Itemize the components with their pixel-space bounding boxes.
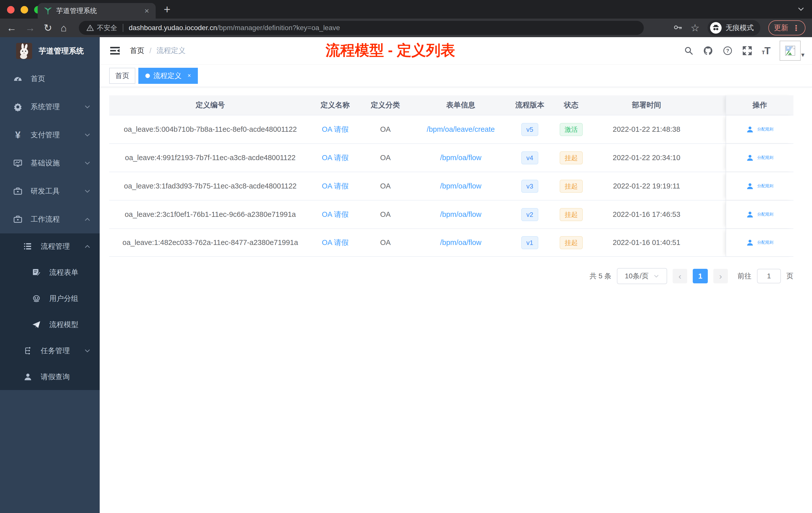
cell-definition-name-link[interactable]: OA 请假 xyxy=(311,210,359,220)
font-size-icon[interactable]: тT xyxy=(762,45,770,57)
cell-actions: 分配规则 xyxy=(726,116,793,143)
cell-definition-name-link[interactable]: OA 请假 xyxy=(311,153,359,163)
assign-rule-button[interactable]: 分配规则 xyxy=(757,155,773,160)
tags-view: 首页 流程定义 × xyxy=(100,64,812,87)
minimize-window-button[interactable] xyxy=(21,6,28,13)
forward-icon[interactable]: → xyxy=(25,23,35,33)
sidebar-item-task-manage[interactable]: 任务管理 xyxy=(0,338,100,364)
cell-actions: 分配规则 xyxy=(726,201,793,229)
avatar-wrap: ▾ xyxy=(780,41,805,61)
sidebar: 芋道管理系统 首页 系统管理 ¥ 支付管理 xyxy=(0,37,100,513)
new-tab-button[interactable]: + xyxy=(164,2,171,16)
sidebar-item-workflow[interactable]: 工作流程 xyxy=(0,205,100,233)
bookmark-star-icon[interactable]: ☆ xyxy=(691,23,699,33)
cell-form-link[interactable]: /bpm/oa/flow xyxy=(412,182,510,190)
key-icon[interactable] xyxy=(673,23,683,32)
browser-toolbar: ← → ↻ ⌂ 不安全 dashboard.yudao.iocoder.cn /… xyxy=(0,19,812,37)
yen-icon: ¥ xyxy=(12,130,24,141)
tag-home[interactable]: 首页 xyxy=(109,68,135,84)
breadcrumb-home[interactable]: 首页 xyxy=(130,46,144,56)
annotation-title: 流程模型 - 定义列表 xyxy=(326,41,455,60)
cell-form-link[interactable]: /bpm/oa/flow xyxy=(412,238,510,247)
form-edit-icon xyxy=(31,268,42,277)
goto-page-input[interactable] xyxy=(757,269,781,283)
sidebar-logo[interactable]: 芋道管理系统 xyxy=(0,37,100,65)
sidebar-menu: 首页 系统管理 ¥ 支付管理 xyxy=(0,65,100,390)
paper-plane-icon xyxy=(31,321,42,329)
next-page-button[interactable]: › xyxy=(713,269,728,283)
assign-rule-button[interactable]: 分配规则 xyxy=(757,127,773,132)
fullscreen-icon[interactable] xyxy=(742,46,752,56)
close-window-button[interactable] xyxy=(7,6,14,13)
cell-form-link[interactable]: /bpm/oa/flow xyxy=(412,210,510,219)
security-warning-icon[interactable] xyxy=(86,24,94,32)
page-size-select[interactable]: 10条/页 xyxy=(617,268,667,284)
sidebar-item-home[interactable]: 首页 xyxy=(0,65,100,93)
home-icon[interactable]: ⌂ xyxy=(61,23,67,33)
dashboard-icon xyxy=(12,74,24,83)
reload-icon[interactable]: ↻ xyxy=(44,23,52,33)
user-icon xyxy=(22,373,34,381)
tab-search-caret-icon[interactable] xyxy=(796,4,806,13)
page-1-button[interactable]: 1 xyxy=(693,269,708,283)
avatar-caret-icon[interactable]: ▾ xyxy=(801,51,805,59)
assign-user-icon xyxy=(746,182,754,190)
cell-form-link[interactable]: /bpm/oa/leave/create xyxy=(412,125,510,133)
sidebar-item-process-manage[interactable]: 流程管理 xyxy=(0,233,100,260)
cell-actions: 分配规则 xyxy=(726,144,793,172)
assign-rule-button[interactable]: 分配规则 xyxy=(757,240,773,245)
browser-menu-icon[interactable]: ⋮ xyxy=(792,24,800,32)
browser-tab[interactable]: 芋道管理系统 × xyxy=(38,3,156,19)
cell-deploy-time: 2022-01-16 17:46:53 xyxy=(592,210,700,219)
github-icon[interactable] xyxy=(703,46,713,56)
app-title: 芋道管理系统 xyxy=(39,46,84,56)
sidebar-item-leave-query[interactable]: 请假查询 xyxy=(0,364,100,390)
sidebar-fold-icon[interactable] xyxy=(110,46,120,56)
assign-rule-button[interactable]: 分配规则 xyxy=(757,183,773,189)
assign-rule-button[interactable]: 分配规则 xyxy=(757,212,773,217)
navbar-actions: ? тT ▾ xyxy=(684,41,805,61)
sidebar-item-label: 基础设施 xyxy=(31,158,84,168)
address-bar[interactable]: 不安全 dashboard.yudao.iocoder.cn /bpm/mana… xyxy=(79,21,644,35)
tag-active-label: 流程定义 xyxy=(153,71,181,81)
sidebar-item-devtools[interactable]: 研发工具 xyxy=(0,177,100,205)
sidebar-item-payment[interactable]: ¥ 支付管理 xyxy=(0,121,100,149)
security-label[interactable]: 不安全 xyxy=(97,23,117,32)
sidebar-item-infra[interactable]: 基础设施 xyxy=(0,149,100,177)
window-controls xyxy=(7,6,42,13)
tab-close-icon[interactable]: × xyxy=(144,7,149,15)
url-divider xyxy=(123,24,123,32)
cell-definition-name-link[interactable]: OA 请假 xyxy=(311,181,359,191)
chevron-down-icon xyxy=(84,132,91,138)
status-badge: 挂起 xyxy=(560,236,583,249)
tab-strip: 芋道管理系统 × + xyxy=(0,0,812,19)
cell-definition-name-link[interactable]: OA 请假 xyxy=(311,124,359,134)
goto-label: 前往 xyxy=(737,271,752,281)
prev-page-button[interactable]: ‹ xyxy=(673,269,687,283)
browser-update-button[interactable]: 更新 ⋮ xyxy=(768,20,806,35)
url-path: /bpm/manager/definition?key=oa_leave xyxy=(217,24,340,32)
sidebar-item-process-form[interactable]: 流程表单 xyxy=(0,260,100,285)
chevron-down-icon xyxy=(84,348,91,354)
cell-definition-name-link[interactable]: OA 请假 xyxy=(311,238,359,248)
sidebar-item-label: 研发工具 xyxy=(31,186,84,196)
back-icon[interactable]: ← xyxy=(6,23,17,33)
tab-title: 芋道管理系统 xyxy=(56,6,144,15)
sidebar-item-label: 首页 xyxy=(31,74,91,84)
search-icon[interactable] xyxy=(684,46,694,56)
sidebar-item-user-group[interactable]: 用户分组 xyxy=(0,285,100,312)
avatar[interactable] xyxy=(780,41,801,61)
help-icon[interactable]: ? xyxy=(723,46,733,56)
update-label[interactable]: 更新 xyxy=(774,23,788,33)
sidebar-item-label: 请假查询 xyxy=(41,372,91,382)
tag-process-definition[interactable]: 流程定义 × xyxy=(138,68,198,84)
cell-category: OA xyxy=(359,154,412,162)
cell-definition-id: oa_leave:3:1fad3d93-7b75-11ec-a3c8-acde4… xyxy=(109,182,311,190)
breadcrumb-separator: / xyxy=(149,47,151,55)
briefcase-icon xyxy=(12,215,24,224)
cell-form-link[interactable]: /bpm/oa/flow xyxy=(412,154,510,162)
tag-close-icon[interactable]: × xyxy=(187,72,191,79)
chevron-down-icon xyxy=(84,160,91,167)
sidebar-item-process-model[interactable]: 流程模型 xyxy=(0,312,100,338)
sidebar-item-system[interactable]: 系统管理 xyxy=(0,93,100,121)
